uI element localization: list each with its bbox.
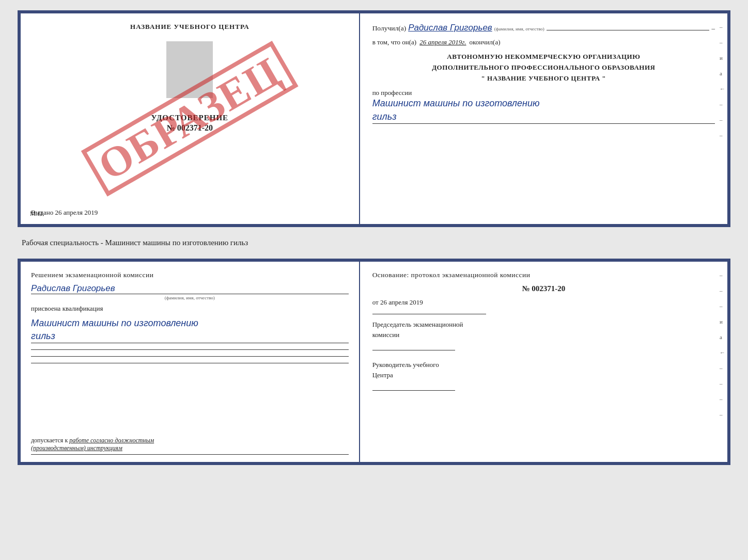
recipient-name-bottom: Радислав Григорьев: [31, 283, 349, 294]
top-cert-right: Получил(а) Радислав Григорьев (фамилия, …: [360, 13, 727, 224]
dopusk-line: [31, 454, 349, 455]
profession-line2: гильз: [372, 111, 397, 122]
middle-text: Рабочая специальность - Машинист машины …: [18, 236, 730, 249]
vydano-block: Выдано 26 апреля 2019: [31, 209, 349, 217]
vtom-row: в том, что он(а) 26 апреля 2019г. окончи…: [372, 38, 715, 46]
poluchil-label: Получил(а): [372, 24, 407, 33]
profession-line1: Машинист машины по изготовлению: [372, 98, 540, 108]
protocol-date-value: 26 апреля 2019: [380, 298, 423, 306]
kvali-line1: Машинист машины по изготовлению: [31, 318, 198, 328]
dopusk2: работе согласно должностным: [69, 437, 154, 444]
prisvoena-label: присвоена квалификация: [31, 305, 349, 313]
kvali-line2: гильз: [31, 331, 55, 341]
po-professii-label: по профессии: [372, 89, 715, 97]
mp-block: М.П.: [30, 210, 44, 218]
poluchil-row: Получил(а) Радислав Григорьев (фамилия, …: [372, 23, 715, 33]
predsedatel-label2: комиссии: [372, 330, 715, 340]
protocol-number: № 002371-20: [372, 284, 715, 293]
bottom-cert-left: Решением экзаменационной комиссии Радисл…: [21, 262, 360, 462]
org-line2: ДОПОЛНИТЕЛЬНОГО ПРОФЕССИОНАЛЬНОГО ОБРАЗО…: [372, 62, 715, 73]
predsedatel-sign-line: [372, 350, 455, 350]
org-block: АВТОНОМНУЮ НЕКОММЕРЧЕСКУЮ ОРГАНИЗАЦИЮ ДО…: [372, 52, 715, 84]
side-marks-bottom: –––иа←––––: [720, 272, 725, 418]
top-certificate: НАЗВАНИЕ УЧЕБНОГО ЦЕНТРА ОБРАЗЕЦ УДОСТОВ…: [18, 10, 730, 227]
udostoverenie-number: № 002371-20: [31, 123, 349, 133]
osnovanie-text: Основание: протокол экзаменационной коми…: [372, 271, 715, 279]
fio-label-bottom: (фамилия, имя, отчество): [31, 295, 349, 300]
tsentra-label: Центра: [372, 370, 715, 380]
dopusk-label: допускается к: [31, 437, 68, 444]
rukovoditel-label: Руководитель учебного: [372, 360, 715, 370]
kvali-text: Машинист машины по изготовлению гильз: [31, 317, 349, 343]
udostoverenie-title: УДОСТОВЕРЕНИЕ: [31, 114, 349, 122]
dopusk3: (производственным) инструкциям: [31, 444, 122, 452]
date-line: [372, 314, 486, 314]
line3-bottom: [31, 363, 349, 363]
udostoverenie-block: УДОСТОВЕРЕНИЕ № 002371-20: [31, 114, 349, 133]
okonchil-label: окончил(а): [470, 38, 501, 46]
completion-date-top: 26 апреля 2019г.: [419, 38, 466, 46]
line2-bottom: [31, 356, 349, 357]
vtom-label: в том, что он(а): [372, 38, 417, 46]
predsedatel-label: Председатель экзаменационной: [372, 319, 715, 330]
profession-text-top: Машинист машины по изготовлению гильз: [372, 97, 715, 123]
dopuskaetsya-block: допускается к работе согласно должностны…: [31, 437, 349, 455]
po-professii: по профессии Машинист машины по изготовл…: [372, 89, 715, 123]
school-name-top: НАЗВАНИЕ УЧЕБНОГО ЦЕНТРА: [31, 23, 349, 31]
protocol-date: от 26 апреля 2019: [372, 298, 715, 307]
top-cert-left: НАЗВАНИЕ УЧЕБНОГО ЦЕНТРА ОБРАЗЕЦ УДОСТОВ…: [21, 13, 360, 224]
org-line3: " НАЗВАНИЕ УЧЕБНОГО ЦЕНТРА ": [372, 73, 715, 84]
fio-label-top: (фамилия, имя, отчество): [494, 26, 544, 31]
bottom-cert-right: Основание: протокол экзаменационной коми…: [360, 262, 727, 462]
bottom-certificate: Решением экзаменационной комиссии Радисл…: [18, 259, 730, 465]
line1-bottom: [31, 349, 349, 350]
resheniem-text: Решением экзаменационной комиссии: [31, 271, 349, 279]
predsedatel-block: Председатель экзаменационной комиссии: [372, 319, 715, 350]
recipient-name-top: Радислав Григорьев: [408, 23, 492, 33]
rukovoditel-sign-line: [372, 390, 455, 391]
rukovoditel-block: Руководитель учебного Центра: [372, 360, 715, 391]
date-prefix: от: [372, 298, 379, 306]
photo-placeholder: [166, 41, 213, 98]
side-marks-top: ––иа←–––: [720, 24, 725, 138]
org-line1: АВТОНОМНУЮ НЕКОММЕРЧЕСКУЮ ОРГАНИЗАЦИЮ: [372, 52, 715, 62]
